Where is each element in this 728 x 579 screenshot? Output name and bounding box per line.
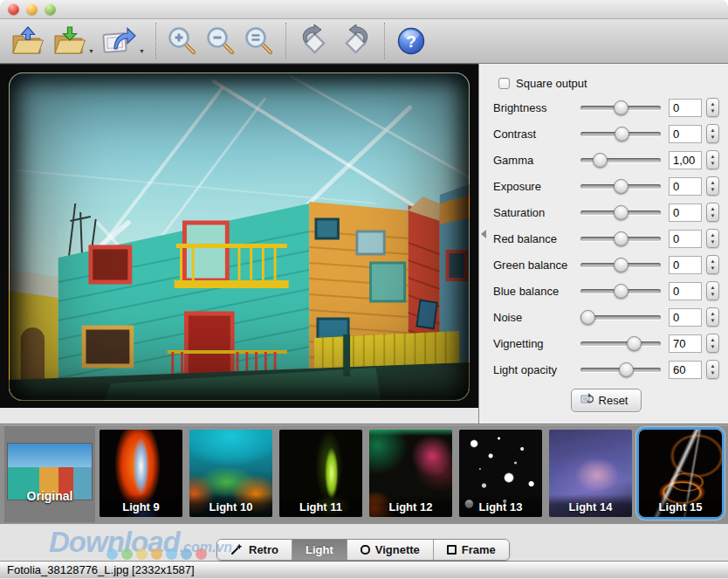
stepper-up-icon[interactable]: ▲ — [711, 205, 716, 212]
preset-thumbnail-light-14[interactable]: Light 14 — [549, 430, 632, 517]
zoom-window-button[interactable] — [45, 3, 56, 15]
stepper-up-icon[interactable]: ▲ — [711, 258, 716, 265]
stepper-down-icon[interactable]: ▼ — [711, 291, 716, 298]
green-balance-slider[interactable] — [580, 263, 661, 267]
tab-vignette[interactable]: Vignette — [347, 540, 433, 560]
saturation-stepper[interactable]: ▲▼ — [706, 203, 719, 222]
brightness-stepper[interactable]: ▲▼ — [706, 98, 719, 117]
rotate-right-button[interactable] — [335, 23, 377, 59]
stepper-up-icon[interactable]: ▲ — [711, 310, 716, 317]
preset-thumbnail-light-13[interactable]: Light 13 — [459, 430, 542, 517]
green-balance-stepper[interactable]: ▲▼ — [706, 255, 719, 274]
stepper-up-icon[interactable]: ▲ — [711, 336, 716, 343]
saturation-slider-knob[interactable] — [614, 205, 628, 220]
tab-retro[interactable]: Retro — [217, 540, 292, 560]
saturation-slider[interactable] — [580, 210, 661, 215]
red-balance-value-field[interactable] — [669, 230, 702, 248]
noise-value-field[interactable] — [669, 308, 702, 327]
red-balance-slider-knob[interactable] — [614, 231, 628, 246]
green-balance-slider-knob[interactable] — [614, 258, 628, 272]
stepper-down-icon[interactable]: ▼ — [711, 134, 716, 141]
exposure-slider-knob[interactable] — [614, 179, 628, 194]
rotate-left-button[interactable] — [293, 23, 335, 59]
help-button[interactable]: ? — [392, 24, 430, 59]
original-thumbnail-panel[interactable]: Original — [4, 426, 95, 522]
stepper-up-icon[interactable]: ▲ — [711, 231, 716, 238]
light-opacity-slider-knob[interactable] — [619, 362, 634, 377]
save-dropdown-arrow-icon[interactable]: ▼ — [88, 48, 94, 57]
stepper-up-icon[interactable]: ▲ — [711, 362, 716, 369]
preset-thumbnail-light-15-selected[interactable]: Light 15 — [639, 430, 722, 517]
vignetting-value-field[interactable] — [669, 334, 702, 353]
green-balance-value-field[interactable] — [669, 256, 702, 274]
stepper-down-icon[interactable]: ▼ — [711, 343, 716, 350]
save-button[interactable]: ▼ — [49, 24, 98, 59]
blue-balance-stepper[interactable]: ▲▼ — [706, 281, 719, 300]
gamma-slider[interactable] — [580, 158, 661, 162]
gamma-value-field[interactable] — [669, 151, 702, 169]
noise-slider[interactable] — [580, 315, 661, 320]
stepper-up-icon[interactable]: ▲ — [711, 127, 716, 134]
photo-canvas[interactable] — [0, 64, 478, 408]
red-balance-slider[interactable] — [580, 237, 661, 241]
red-balance-stepper[interactable]: ▲▼ — [706, 229, 719, 248]
noise-stepper[interactable]: ▲▼ — [706, 307, 719, 327]
exposure-value-field[interactable] — [669, 177, 702, 196]
stepper-down-icon[interactable]: ▼ — [711, 265, 716, 272]
light-opacity-slider[interactable] — [580, 368, 661, 372]
exposure-slider[interactable] — [580, 184, 661, 189]
contrast-stepper[interactable]: ▲▼ — [706, 124, 719, 143]
vignetting-stepper[interactable]: ▲▼ — [706, 334, 719, 353]
blue-balance-slider-knob[interactable] — [614, 284, 628, 299]
stepper-down-icon[interactable]: ▼ — [711, 186, 716, 193]
stepper-down-icon[interactable]: ▼ — [711, 369, 716, 376]
tab-frame[interactable]: Frame — [433, 540, 509, 560]
stepper-up-icon[interactable]: ▲ — [711, 179, 716, 186]
gamma-stepper[interactable]: ▲▼ — [706, 150, 719, 169]
light-opacity-stepper[interactable]: ▲▼ — [706, 360, 719, 379]
stepper-down-icon[interactable]: ▼ — [711, 160, 716, 167]
close-button[interactable] — [8, 3, 19, 15]
open-button[interactable] — [7, 24, 49, 59]
reset-button[interactable]: Reset — [571, 389, 642, 412]
zoom-in-button[interactable] — [163, 24, 202, 59]
checkbox-box-icon[interactable] — [498, 78, 510, 89]
stepper-up-icon[interactable]: ▲ — [711, 100, 716, 107]
blue-balance-slider[interactable] — [580, 289, 661, 293]
tab-light[interactable]: Light — [292, 540, 347, 560]
vignetting-slider[interactable] — [580, 341, 661, 346]
exposure-stepper[interactable]: ▲▼ — [706, 176, 719, 196]
stepper-down-icon[interactable]: ▼ — [711, 238, 716, 245]
preset-thumbnail-light-9[interactable]: Light 9 — [100, 430, 182, 517]
title-bar[interactable] — [0, 0, 728, 19]
brightness-slider-knob[interactable] — [614, 100, 628, 115]
brightness-slider[interactable] — [580, 106, 661, 110]
contrast-slider-knob[interactable] — [615, 127, 629, 141]
stepper-down-icon[interactable]: ▼ — [711, 212, 716, 219]
minimize-button[interactable] — [26, 3, 38, 15]
export-button[interactable]: ▼ — [98, 24, 148, 59]
stepper-up-icon[interactable]: ▲ — [711, 153, 716, 160]
square-output-label: Square output — [516, 77, 587, 90]
noise-slider-knob[interactable] — [580, 310, 595, 325]
square-output-checkbox[interactable]: Square output — [498, 72, 719, 94]
gamma-slider-knob[interactable] — [593, 153, 608, 168]
stepper-down-icon[interactable]: ▼ — [711, 107, 716, 114]
contrast-slider[interactable] — [580, 132, 661, 136]
vignetting-slider-knob[interactable] — [627, 336, 642, 351]
brightness-value-field[interactable] — [669, 99, 702, 117]
preset-thumbnail-light-12[interactable]: Light 12 — [369, 430, 452, 517]
zoom-actual-size-button[interactable] — [240, 24, 278, 59]
preset-thumbnail-light-10[interactable]: Light 10 — [189, 430, 272, 517]
zoom-out-button[interactable] — [202, 24, 240, 59]
watermark-dot — [136, 548, 148, 560]
preset-thumbnail-light-11[interactable]: Light 11 — [279, 430, 362, 517]
light-opacity-value-field[interactable] — [669, 361, 702, 379]
stepper-down-icon[interactable]: ▼ — [711, 317, 716, 324]
contrast-value-field[interactable] — [669, 125, 702, 143]
saturation-value-field[interactable] — [669, 203, 702, 222]
export-dropdown-arrow-icon[interactable]: ▼ — [139, 48, 145, 57]
stepper-up-icon[interactable]: ▲ — [711, 284, 716, 291]
blue-balance-value-field[interactable] — [669, 282, 702, 300]
panel-collapse-handle[interactable] — [481, 230, 486, 238]
